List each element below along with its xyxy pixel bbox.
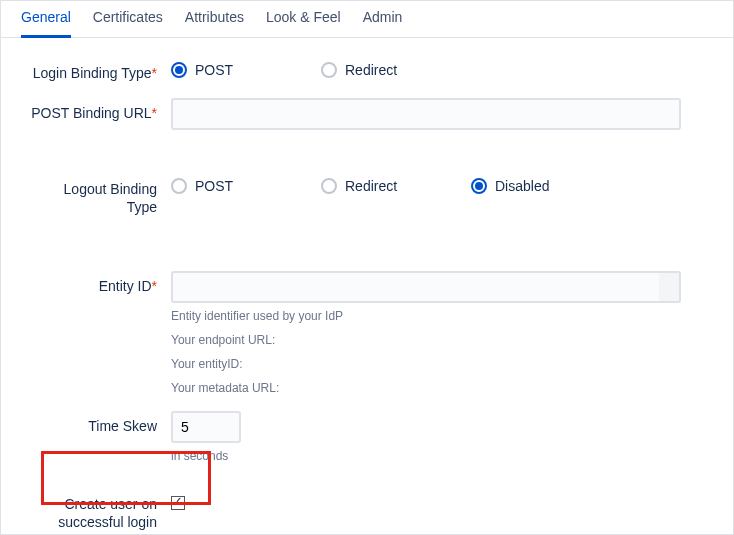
login-binding-post[interactable]: POST — [171, 62, 261, 78]
entity-id-end — [659, 273, 679, 301]
entity-id-help4: Your metadata URL: — [171, 381, 703, 395]
logout-binding-post[interactable]: POST — [171, 178, 261, 194]
time-skew-help: in seconds — [171, 449, 703, 463]
tab-admin[interactable]: Admin — [363, 1, 403, 38]
radio-icon — [171, 178, 187, 194]
create-user-label: Create user on successful login — [31, 489, 171, 531]
create-user-checkbox[interactable] — [171, 496, 185, 510]
post-binding-url-label: POST Binding URL* — [31, 98, 171, 122]
entity-id-help1: Entity identifier used by your IdP — [171, 309, 703, 323]
radio-icon — [171, 62, 187, 78]
tab-lookfeel[interactable]: Look & Feel — [266, 1, 341, 38]
logout-binding-disabled[interactable]: Disabled — [471, 178, 561, 194]
post-binding-url-input[interactable] — [171, 98, 681, 130]
radio-icon — [321, 178, 337, 194]
logout-binding-label: Logout Binding Type — [31, 174, 171, 216]
tab-attributes[interactable]: Attributes — [185, 1, 244, 38]
entity-id-help2: Your endpoint URL: — [171, 333, 703, 347]
entity-id-help3: Your entityID: — [171, 357, 703, 371]
tab-general[interactable]: General — [21, 1, 71, 38]
radio-icon — [321, 62, 337, 78]
entity-id-input[interactable] — [171, 271, 681, 303]
radio-icon — [471, 178, 487, 194]
login-binding-redirect[interactable]: Redirect — [321, 62, 411, 78]
time-skew-label: Time Skew — [31, 411, 171, 435]
tabs-bar: General Certificates Attributes Look & F… — [1, 1, 733, 38]
time-skew-input[interactable] — [171, 411, 241, 443]
login-binding-label: Login Binding Type* — [31, 58, 171, 82]
tab-certificates[interactable]: Certificates — [93, 1, 163, 38]
entity-id-label: Entity ID* — [31, 271, 171, 295]
logout-binding-redirect[interactable]: Redirect — [321, 178, 411, 194]
